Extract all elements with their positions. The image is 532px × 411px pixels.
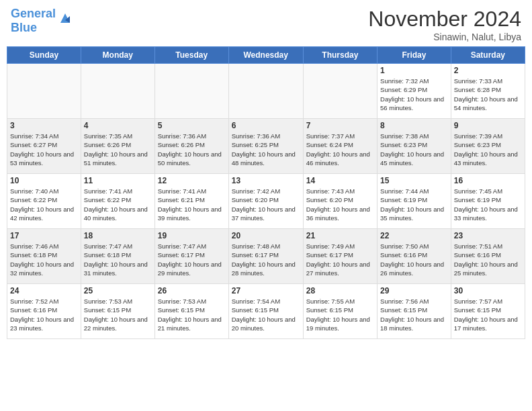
day-info: Sunrise: 7:41 AM Sunset: 6:22 PM Dayligh…	[84, 187, 152, 222]
day-header-wednesday: Wednesday	[228, 47, 303, 64]
day-info: Sunrise: 7:39 AM Sunset: 6:23 PM Dayligh…	[454, 132, 522, 167]
calendar-cell: 30Sunrise: 7:57 AM Sunset: 6:15 PM Dayli…	[451, 284, 525, 339]
week-row-2: 3Sunrise: 7:34 AM Sunset: 6:27 PM Daylig…	[7, 119, 525, 174]
calendar-cell: 16Sunrise: 7:45 AM Sunset: 6:19 PM Dayli…	[451, 174, 525, 229]
day-number: 6	[232, 121, 300, 130]
month-title: November 2024	[368, 7, 521, 32]
day-number: 28	[306, 286, 374, 295]
calendar-cell: 14Sunrise: 7:43 AM Sunset: 6:20 PM Dayli…	[303, 174, 377, 229]
logo: General Blue	[11, 7, 73, 35]
day-header-saturday: Saturday	[451, 47, 525, 64]
day-info: Sunrise: 7:46 AM Sunset: 6:18 PM Dayligh…	[10, 242, 78, 277]
calendar-cell: 5Sunrise: 7:36 AM Sunset: 6:26 PM Daylig…	[154, 119, 228, 174]
calendar: SundayMondayTuesdayWednesdayThursdayFrid…	[0, 46, 532, 343]
title-block: November 2024 Sinawin, Nalut, Libya	[368, 7, 521, 42]
calendar-cell: 19Sunrise: 7:47 AM Sunset: 6:17 PM Dayli…	[154, 229, 228, 284]
day-number: 30	[454, 286, 522, 295]
location: Sinawin, Nalut, Libya	[368, 32, 521, 42]
day-number: 7	[306, 121, 374, 130]
logo-icon	[58, 11, 73, 26]
week-row-4: 17Sunrise: 7:46 AM Sunset: 6:18 PM Dayli…	[7, 229, 525, 284]
calendar-cell: 12Sunrise: 7:41 AM Sunset: 6:21 PM Dayli…	[154, 174, 228, 229]
day-number: 11	[84, 176, 152, 185]
day-number: 22	[380, 231, 448, 240]
day-info: Sunrise: 7:37 AM Sunset: 6:24 PM Dayligh…	[306, 132, 374, 167]
week-row-3: 10Sunrise: 7:40 AM Sunset: 6:22 PM Dayli…	[7, 174, 525, 229]
calendar-cell: 8Sunrise: 7:38 AM Sunset: 6:23 PM Daylig…	[378, 119, 451, 174]
calendar-cell: 9Sunrise: 7:39 AM Sunset: 6:23 PM Daylig…	[451, 119, 525, 174]
day-number: 4	[84, 121, 152, 130]
calendar-cell	[154, 64, 228, 119]
day-number: 2	[454, 66, 522, 75]
calendar-cell	[81, 64, 154, 119]
calendar-cell: 21Sunrise: 7:49 AM Sunset: 6:17 PM Dayli…	[303, 229, 377, 284]
calendar-cell: 15Sunrise: 7:44 AM Sunset: 6:19 PM Dayli…	[378, 174, 451, 229]
day-info: Sunrise: 7:33 AM Sunset: 6:28 PM Dayligh…	[454, 77, 522, 112]
day-info: Sunrise: 7:49 AM Sunset: 6:17 PM Dayligh…	[306, 242, 374, 277]
day-number: 3	[10, 121, 78, 130]
day-number: 17	[10, 231, 78, 240]
day-number: 29	[380, 286, 448, 295]
day-number: 8	[380, 121, 448, 130]
calendar-cell: 27Sunrise: 7:54 AM Sunset: 6:15 PM Dayli…	[228, 284, 303, 339]
calendar-cell	[7, 64, 81, 119]
page-header: General Blue November 2024 Sinawin, Nalu…	[0, 0, 532, 46]
calendar-cell: 2Sunrise: 7:33 AM Sunset: 6:28 PM Daylig…	[451, 64, 525, 119]
day-header-tuesday: Tuesday	[154, 47, 228, 64]
day-info: Sunrise: 7:56 AM Sunset: 6:15 PM Dayligh…	[380, 297, 448, 332]
calendar-table: SundayMondayTuesdayWednesdayThursdayFrid…	[7, 46, 525, 339]
calendar-cell: 23Sunrise: 7:51 AM Sunset: 6:16 PM Dayli…	[451, 229, 525, 284]
calendar-cell: 22Sunrise: 7:50 AM Sunset: 6:16 PM Dayli…	[378, 229, 451, 284]
calendar-cell: 24Sunrise: 7:52 AM Sunset: 6:16 PM Dayli…	[7, 284, 81, 339]
day-number: 1	[380, 66, 448, 75]
day-info: Sunrise: 7:38 AM Sunset: 6:23 PM Dayligh…	[380, 132, 448, 167]
day-number: 20	[232, 231, 300, 240]
day-info: Sunrise: 7:54 AM Sunset: 6:15 PM Dayligh…	[232, 297, 300, 332]
day-info: Sunrise: 7:47 AM Sunset: 6:18 PM Dayligh…	[84, 242, 152, 277]
day-number: 18	[84, 231, 152, 240]
calendar-cell: 11Sunrise: 7:41 AM Sunset: 6:22 PM Dayli…	[81, 174, 154, 229]
day-number: 5	[158, 121, 226, 130]
day-number: 14	[306, 176, 374, 185]
day-info: Sunrise: 7:36 AM Sunset: 6:26 PM Dayligh…	[158, 132, 226, 167]
day-info: Sunrise: 7:45 AM Sunset: 6:19 PM Dayligh…	[454, 187, 522, 222]
day-info: Sunrise: 7:42 AM Sunset: 6:20 PM Dayligh…	[232, 187, 300, 222]
day-info: Sunrise: 7:53 AM Sunset: 6:15 PM Dayligh…	[158, 297, 226, 332]
day-number: 12	[158, 176, 226, 185]
day-number: 19	[158, 231, 226, 240]
week-row-5: 24Sunrise: 7:52 AM Sunset: 6:16 PM Dayli…	[7, 284, 525, 339]
day-info: Sunrise: 7:52 AM Sunset: 6:16 PM Dayligh…	[10, 297, 78, 332]
calendar-cell: 6Sunrise: 7:36 AM Sunset: 6:25 PM Daylig…	[228, 119, 303, 174]
day-number: 16	[454, 176, 522, 185]
day-number: 26	[158, 286, 226, 295]
day-number: 25	[84, 286, 152, 295]
calendar-cell	[228, 64, 303, 119]
day-number: 21	[306, 231, 374, 240]
calendar-cell: 17Sunrise: 7:46 AM Sunset: 6:18 PM Dayli…	[7, 229, 81, 284]
day-info: Sunrise: 7:40 AM Sunset: 6:22 PM Dayligh…	[10, 187, 78, 222]
day-info: Sunrise: 7:57 AM Sunset: 6:15 PM Dayligh…	[454, 297, 522, 332]
week-row-1: 1Sunrise: 7:32 AM Sunset: 6:29 PM Daylig…	[7, 64, 525, 119]
day-number: 10	[10, 176, 78, 185]
day-number: 23	[454, 231, 522, 240]
calendar-cell: 10Sunrise: 7:40 AM Sunset: 6:22 PM Dayli…	[7, 174, 81, 229]
calendar-cell: 3Sunrise: 7:34 AM Sunset: 6:27 PM Daylig…	[7, 119, 81, 174]
day-info: Sunrise: 7:47 AM Sunset: 6:17 PM Dayligh…	[158, 242, 226, 277]
day-header-row: SundayMondayTuesdayWednesdayThursdayFrid…	[7, 47, 525, 64]
day-header-sunday: Sunday	[7, 47, 81, 64]
calendar-cell: 18Sunrise: 7:47 AM Sunset: 6:18 PM Dayli…	[81, 229, 154, 284]
day-info: Sunrise: 7:35 AM Sunset: 6:26 PM Dayligh…	[84, 132, 152, 167]
day-info: Sunrise: 7:32 AM Sunset: 6:29 PM Dayligh…	[380, 77, 448, 112]
day-info: Sunrise: 7:36 AM Sunset: 6:25 PM Dayligh…	[232, 132, 300, 167]
day-header-friday: Friday	[378, 47, 451, 64]
calendar-cell: 29Sunrise: 7:56 AM Sunset: 6:15 PM Dayli…	[378, 284, 451, 339]
day-info: Sunrise: 7:50 AM Sunset: 6:16 PM Dayligh…	[380, 242, 448, 277]
day-number: 24	[10, 286, 78, 295]
day-info: Sunrise: 7:48 AM Sunset: 6:17 PM Dayligh…	[232, 242, 300, 277]
day-info: Sunrise: 7:43 AM Sunset: 6:20 PM Dayligh…	[306, 187, 374, 222]
day-info: Sunrise: 7:51 AM Sunset: 6:16 PM Dayligh…	[454, 242, 522, 277]
day-number: 27	[232, 286, 300, 295]
calendar-cell: 4Sunrise: 7:35 AM Sunset: 6:26 PM Daylig…	[81, 119, 154, 174]
calendar-cell: 1Sunrise: 7:32 AM Sunset: 6:29 PM Daylig…	[378, 64, 451, 119]
day-info: Sunrise: 7:34 AM Sunset: 6:27 PM Dayligh…	[10, 132, 78, 167]
